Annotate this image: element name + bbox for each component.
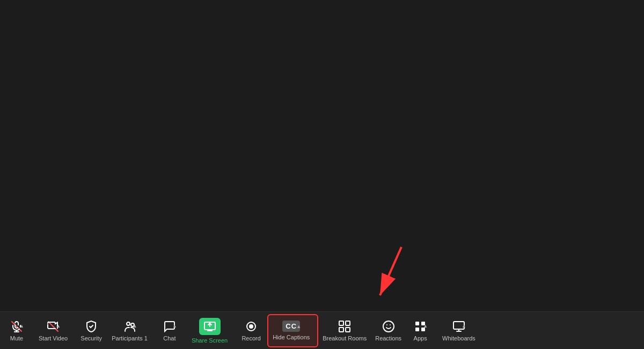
shield-icon [85, 320, 98, 333]
meeting-toolbar: ▲ Mute ▲ Start Video Security [0, 311, 644, 349]
reactions-label: Reactions [375, 335, 401, 341]
svg-rect-16 [346, 328, 350, 332]
reactions-button[interactable]: Reactions [371, 314, 406, 347]
video-off-icon: ▲ [47, 320, 60, 333]
svg-point-17 [383, 321, 394, 332]
apps-button[interactable]: ▲ Apps [406, 314, 438, 347]
mute-label: Mute [10, 335, 23, 341]
apps-icon: ▲ [414, 320, 427, 333]
hide-captions-label: Hide Captions [273, 334, 310, 340]
record-label: Record [241, 335, 260, 341]
whiteboard-icon: ▲ [452, 320, 465, 333]
svg-point-18 [386, 324, 387, 325]
whiteboards-chevron: ▲ [462, 323, 466, 329]
share-screen-label: Share Screen [192, 337, 228, 344]
share-screen-icon: ▲ [199, 318, 221, 335]
breakout-rooms-button[interactable]: Breakout Rooms [318, 314, 371, 347]
share-screen-button[interactable]: ▲ Share Screen [187, 314, 235, 347]
mute-button[interactable]: ▲ Mute [2, 314, 34, 347]
video-chevron: ▲ [56, 323, 61, 329]
participants-chevron: ▲ [133, 323, 137, 329]
svg-rect-22 [415, 328, 419, 331]
video-label: Start Video [39, 335, 68, 341]
chat-icon: ▲ [163, 320, 176, 333]
start-video-button[interactable]: ▲ Start Video [34, 314, 75, 347]
svg-rect-14 [346, 321, 350, 325]
svg-rect-20 [415, 322, 419, 325]
cc-icon: CC ▲ [282, 321, 300, 332]
apps-label: Apps [414, 335, 427, 341]
svg-point-6 [127, 322, 130, 325]
svg-rect-15 [339, 328, 343, 332]
captions-chevron: ▲ [296, 324, 301, 329]
participants-button[interactable]: ▲ Participants 1 [107, 314, 155, 347]
security-button[interactable]: Security [75, 314, 107, 347]
apps-chevron: ▲ [423, 323, 428, 329]
hide-captions-button[interactable]: CC ▲ Hide Captions [267, 314, 318, 347]
svg-point-12 [249, 324, 253, 329]
share-chevron: ▲ [217, 321, 222, 326]
reactions-icon [382, 320, 395, 333]
participants-label: Participants 1 [112, 335, 148, 341]
chat-button[interactable]: ▲ Chat [155, 314, 187, 347]
svg-point-19 [390, 324, 391, 325]
record-button[interactable]: Record [235, 314, 267, 347]
breakout-icon [338, 320, 351, 333]
whiteboards-button[interactable]: ▲ Whiteboards [438, 314, 483, 347]
whiteboards-label: Whiteboards [442, 335, 475, 341]
chat-label: Chat [163, 335, 175, 341]
mic-off-icon: ▲ [10, 320, 23, 333]
security-label: Security [80, 335, 102, 341]
participants-icon: ▲ [123, 320, 136, 333]
meeting-area [0, 0, 644, 317]
record-icon [245, 320, 258, 333]
mute-chevron: ▲ [19, 323, 24, 329]
svg-rect-13 [339, 321, 343, 325]
breakout-label: Breakout Rooms [323, 335, 367, 341]
chat-chevron: ▲ [172, 323, 177, 329]
